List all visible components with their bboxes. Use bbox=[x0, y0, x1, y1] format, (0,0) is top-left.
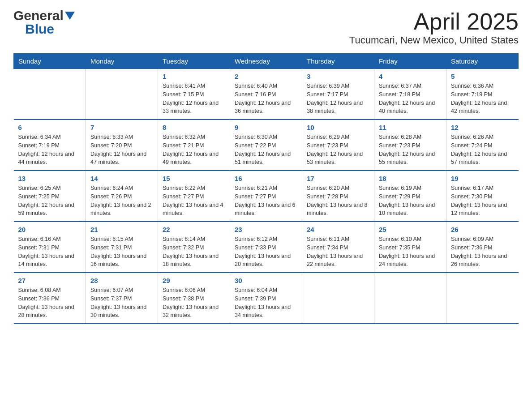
day-number: 30 bbox=[235, 277, 297, 284]
day-number: 19 bbox=[451, 175, 514, 182]
calendar-cell: 11Sunrise: 6:28 AMSunset: 7:23 PMDayligh… bbox=[374, 120, 446, 171]
day-of-week-wednesday: Wednesday bbox=[230, 54, 302, 69]
day-info: Sunrise: 6:24 AMSunset: 7:26 PMDaylight:… bbox=[90, 184, 153, 218]
day-info: Sunrise: 6:39 AMSunset: 7:17 PMDaylight:… bbox=[307, 82, 369, 116]
day-number: 5 bbox=[451, 73, 514, 80]
day-number: 4 bbox=[379, 73, 442, 80]
logo-blue-text: Blue bbox=[25, 21, 54, 36]
calendar-cell bbox=[14, 69, 86, 120]
day-info: Sunrise: 6:21 AMSunset: 7:27 PMDaylight:… bbox=[235, 184, 297, 218]
day-number: 13 bbox=[18, 175, 82, 182]
day-number: 10 bbox=[307, 124, 369, 131]
day-info: Sunrise: 6:29 AMSunset: 7:23 PMDaylight:… bbox=[307, 133, 369, 167]
calendar-body: 1Sunrise: 6:41 AMSunset: 7:15 PMDaylight… bbox=[14, 69, 519, 324]
day-info: Sunrise: 6:36 AMSunset: 7:19 PMDaylight:… bbox=[451, 82, 514, 116]
day-number: 18 bbox=[379, 175, 442, 182]
title-block: April 2025 Tucumcari, New Mexico, United… bbox=[349, 9, 519, 46]
day-number: 28 bbox=[90, 277, 153, 284]
calendar-cell: 22Sunrise: 6:14 AMSunset: 7:32 PMDayligh… bbox=[158, 222, 230, 273]
day-info: Sunrise: 6:09 AMSunset: 7:36 PMDaylight:… bbox=[451, 235, 514, 269]
day-number: 25 bbox=[379, 226, 442, 233]
day-number: 14 bbox=[90, 175, 153, 182]
week-row-1: 1Sunrise: 6:41 AMSunset: 7:15 PMDaylight… bbox=[14, 69, 519, 120]
calendar-subtitle: Tucumcari, New Mexico, United States bbox=[349, 34, 519, 46]
day-of-week-friday: Friday bbox=[374, 54, 446, 69]
calendar-cell: 13Sunrise: 6:25 AMSunset: 7:25 PMDayligh… bbox=[14, 171, 86, 222]
logo-general-text: General bbox=[13, 9, 64, 22]
day-number: 26 bbox=[451, 226, 514, 233]
calendar-cell: 9Sunrise: 6:30 AMSunset: 7:22 PMDaylight… bbox=[230, 120, 302, 171]
day-info: Sunrise: 6:04 AMSunset: 7:39 PMDaylight:… bbox=[235, 286, 297, 320]
day-info: Sunrise: 6:08 AMSunset: 7:36 PMDaylight:… bbox=[18, 286, 82, 320]
calendar-title: April 2025 bbox=[349, 9, 519, 34]
week-row-4: 20Sunrise: 6:16 AMSunset: 7:31 PMDayligh… bbox=[14, 222, 519, 273]
calendar-cell: 19Sunrise: 6:17 AMSunset: 7:30 PMDayligh… bbox=[446, 171, 519, 222]
day-info: Sunrise: 6:16 AMSunset: 7:31 PMDaylight:… bbox=[18, 235, 82, 269]
day-info: Sunrise: 6:22 AMSunset: 7:27 PMDaylight:… bbox=[163, 184, 225, 218]
day-number: 17 bbox=[307, 175, 369, 182]
calendar-cell: 2Sunrise: 6:40 AMSunset: 7:16 PMDaylight… bbox=[230, 69, 302, 120]
day-info: Sunrise: 6:30 AMSunset: 7:22 PMDaylight:… bbox=[235, 133, 297, 167]
calendar-cell: 14Sunrise: 6:24 AMSunset: 7:26 PMDayligh… bbox=[86, 171, 158, 222]
calendar-cell: 16Sunrise: 6:21 AMSunset: 7:27 PMDayligh… bbox=[230, 171, 302, 222]
day-info: Sunrise: 6:28 AMSunset: 7:23 PMDaylight:… bbox=[379, 133, 442, 167]
calendar-cell: 24Sunrise: 6:11 AMSunset: 7:34 PMDayligh… bbox=[302, 222, 374, 273]
day-info: Sunrise: 6:14 AMSunset: 7:32 PMDaylight:… bbox=[163, 235, 225, 269]
day-number: 16 bbox=[235, 175, 297, 182]
calendar-cell: 23Sunrise: 6:12 AMSunset: 7:33 PMDayligh… bbox=[230, 222, 302, 273]
day-info: Sunrise: 6:40 AMSunset: 7:16 PMDaylight:… bbox=[235, 82, 297, 116]
day-info: Sunrise: 6:10 AMSunset: 7:35 PMDaylight:… bbox=[379, 235, 442, 269]
day-info: Sunrise: 6:20 AMSunset: 7:28 PMDaylight:… bbox=[307, 184, 369, 218]
calendar-cell: 29Sunrise: 6:06 AMSunset: 7:38 PMDayligh… bbox=[158, 273, 230, 324]
week-row-5: 27Sunrise: 6:08 AMSunset: 7:36 PMDayligh… bbox=[14, 273, 519, 324]
day-info: Sunrise: 6:11 AMSunset: 7:34 PMDaylight:… bbox=[307, 235, 369, 269]
calendar-header: SundayMondayTuesdayWednesdayThursdayFrid… bbox=[14, 54, 519, 69]
day-number: 9 bbox=[235, 124, 297, 131]
day-of-week-tuesday: Tuesday bbox=[158, 54, 230, 69]
calendar-cell: 10Sunrise: 6:29 AMSunset: 7:23 PMDayligh… bbox=[302, 120, 374, 171]
calendar-table: SundayMondayTuesdayWednesdayThursdayFrid… bbox=[13, 53, 519, 324]
day-number: 24 bbox=[307, 226, 369, 233]
day-info: Sunrise: 6:25 AMSunset: 7:25 PMDaylight:… bbox=[18, 184, 82, 218]
calendar-cell: 1Sunrise: 6:41 AMSunset: 7:15 PMDaylight… bbox=[158, 69, 230, 120]
calendar-cell bbox=[446, 273, 519, 324]
day-info: Sunrise: 6:07 AMSunset: 7:37 PMDaylight:… bbox=[90, 286, 153, 320]
day-of-week-sunday: Sunday bbox=[14, 54, 86, 69]
day-number: 15 bbox=[163, 175, 225, 182]
week-row-3: 13Sunrise: 6:25 AMSunset: 7:25 PMDayligh… bbox=[14, 171, 519, 222]
day-number: 27 bbox=[18, 277, 82, 284]
day-of-week-saturday: Saturday bbox=[446, 54, 519, 69]
day-info: Sunrise: 6:37 AMSunset: 7:18 PMDaylight:… bbox=[379, 82, 442, 116]
calendar-cell: 17Sunrise: 6:20 AMSunset: 7:28 PMDayligh… bbox=[302, 171, 374, 222]
day-number: 22 bbox=[163, 226, 225, 233]
calendar-cell: 25Sunrise: 6:10 AMSunset: 7:35 PMDayligh… bbox=[374, 222, 446, 273]
svg-marker-0 bbox=[65, 12, 75, 20]
day-number: 21 bbox=[90, 226, 153, 233]
calendar-cell: 15Sunrise: 6:22 AMSunset: 7:27 PMDayligh… bbox=[158, 171, 230, 222]
page-header: General Blue April 2025 Tucumcari, New M… bbox=[13, 9, 519, 46]
day-number: 3 bbox=[307, 73, 369, 80]
calendar-cell: 26Sunrise: 6:09 AMSunset: 7:36 PMDayligh… bbox=[446, 222, 519, 273]
day-number: 29 bbox=[163, 277, 225, 284]
calendar-cell: 18Sunrise: 6:19 AMSunset: 7:29 PMDayligh… bbox=[374, 171, 446, 222]
calendar-cell bbox=[86, 69, 158, 120]
day-info: Sunrise: 6:06 AMSunset: 7:38 PMDaylight:… bbox=[163, 286, 225, 320]
calendar-cell: 21Sunrise: 6:15 AMSunset: 7:31 PMDayligh… bbox=[86, 222, 158, 273]
calendar-cell: 12Sunrise: 6:26 AMSunset: 7:24 PMDayligh… bbox=[446, 120, 519, 171]
day-number: 2 bbox=[235, 73, 297, 80]
calendar-cell: 30Sunrise: 6:04 AMSunset: 7:39 PMDayligh… bbox=[230, 273, 302, 324]
day-number: 7 bbox=[90, 124, 153, 131]
calendar-cell: 3Sunrise: 6:39 AMSunset: 7:17 PMDaylight… bbox=[302, 69, 374, 120]
calendar-cell: 5Sunrise: 6:36 AMSunset: 7:19 PMDaylight… bbox=[446, 69, 519, 120]
days-of-week-row: SundayMondayTuesdayWednesdayThursdayFrid… bbox=[14, 54, 519, 69]
day-of-week-monday: Monday bbox=[86, 54, 158, 69]
day-number: 8 bbox=[163, 124, 225, 131]
day-info: Sunrise: 6:15 AMSunset: 7:31 PMDaylight:… bbox=[90, 235, 153, 269]
calendar-cell: 6Sunrise: 6:34 AMSunset: 7:19 PMDaylight… bbox=[14, 120, 86, 171]
day-info: Sunrise: 6:32 AMSunset: 7:21 PMDaylight:… bbox=[163, 133, 225, 167]
calendar-cell: 27Sunrise: 6:08 AMSunset: 7:36 PMDayligh… bbox=[14, 273, 86, 324]
calendar-cell: 7Sunrise: 6:33 AMSunset: 7:20 PMDaylight… bbox=[86, 120, 158, 171]
calendar-cell bbox=[374, 273, 446, 324]
day-number: 11 bbox=[379, 124, 442, 131]
calendar-cell: 28Sunrise: 6:07 AMSunset: 7:37 PMDayligh… bbox=[86, 273, 158, 324]
